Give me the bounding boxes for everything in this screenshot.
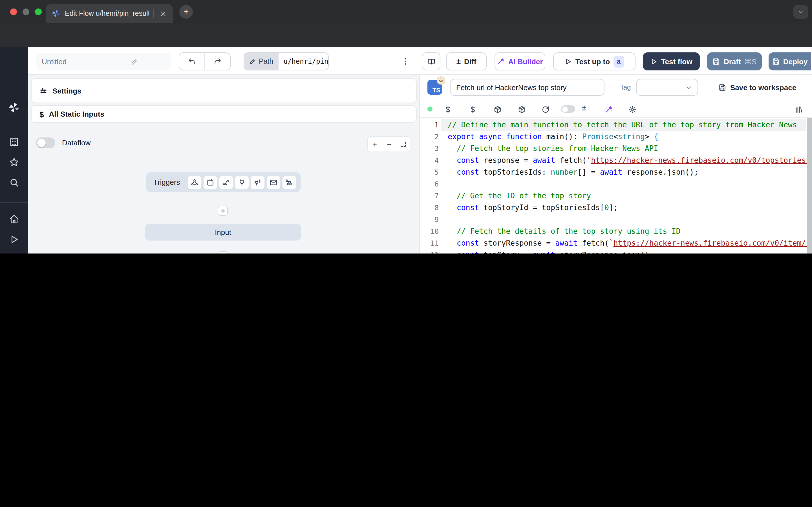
undo-button[interactable] xyxy=(179,53,205,70)
undo-redo-group xyxy=(179,52,231,70)
step-editor-header: TS tag Save to workspace xyxy=(419,75,812,101)
redo-button[interactable] xyxy=(205,53,230,70)
edge xyxy=(222,192,223,206)
flow-name-box[interactable]: Untitled xyxy=(36,53,171,70)
deploy-button[interactable]: Deploy xyxy=(769,52,811,70)
new-tab-button[interactable]: + xyxy=(179,5,193,18)
line-number: 8 xyxy=(419,202,439,214)
browser-toolbar: app.windmill.dev/flows/edit/u/henri/pin_… xyxy=(0,23,812,47)
code-line[interactable]: // Fetch the top stories from Hacker New… xyxy=(448,143,778,154)
tag-select[interactable] xyxy=(636,79,698,96)
trigger-email-button[interactable] xyxy=(267,175,280,189)
zoom-out-button[interactable]: − xyxy=(382,137,396,152)
save-icon xyxy=(712,57,720,65)
vertical-scrollbar[interactable] xyxy=(807,118,812,253)
code-line[interactable]: const topStoryId = topStoriesIds[0]; xyxy=(448,202,778,214)
reload-icon[interactable] xyxy=(541,105,550,114)
variables-icon[interactable] xyxy=(443,105,452,114)
docs-button[interactable] xyxy=(422,52,441,70)
test-flow-button[interactable]: Test flow xyxy=(643,52,700,70)
save-icon xyxy=(718,83,726,91)
add-step-button[interactable] xyxy=(218,251,228,253)
zoom-in-button[interactable]: + xyxy=(368,137,382,152)
ai-wand-icon[interactable] xyxy=(604,105,613,114)
sidebar-item-favorites[interactable] xyxy=(9,157,19,167)
browser-tabstrip: Edit Flow u/henri/pin_results + xyxy=(0,0,812,23)
code-line[interactable]: const topStoriesIds: number[] = await re… xyxy=(448,166,778,178)
code-line[interactable]: // Get the ID of the top story xyxy=(448,190,778,202)
draft-button[interactable]: Draft⌘S xyxy=(707,52,762,70)
trigger-poll-button[interactable] xyxy=(283,175,296,189)
editor-settings-icon[interactable] xyxy=(627,105,637,114)
line-number: 3 xyxy=(419,143,439,154)
input-node[interactable]: Input xyxy=(145,224,301,240)
triggers-node[interactable]: Triggers xyxy=(146,172,301,192)
line-number: 7 xyxy=(419,190,439,202)
code-line[interactable]: export async function main(): Promise<st… xyxy=(448,131,778,143)
draft-shortcut: ⌘S xyxy=(744,57,756,66)
save-to-workspace-button[interactable]: Save to workspace xyxy=(718,79,796,96)
tab-close-icon[interactable] xyxy=(158,10,167,17)
library-icon[interactable] xyxy=(794,105,803,114)
fit-view-button[interactable] xyxy=(396,137,410,152)
line-number: 11 xyxy=(419,237,439,249)
settings-row[interactable]: Settings xyxy=(31,78,417,103)
editor-icon-bar: ± xyxy=(419,101,812,117)
browser-tab[interactable]: Edit Flow u/henri/pin_results xyxy=(46,4,173,23)
typescript-bun-icon: TS xyxy=(427,80,442,95)
more-options-button[interactable] xyxy=(398,54,413,69)
trigger-calendar-button[interactable] xyxy=(204,175,217,189)
trigger-kafkaplug-button[interactable] xyxy=(251,175,264,189)
sliders-icon xyxy=(40,87,47,95)
trigger-route-button[interactable] xyxy=(219,175,233,189)
dataflow-toggle-row: Dataflow xyxy=(36,137,91,148)
path-selector[interactable]: Path u/henri/pin xyxy=(244,52,329,70)
trigger-webhook-button[interactable] xyxy=(188,175,201,189)
step-badge: a xyxy=(613,55,624,67)
package-icon[interactable] xyxy=(493,105,502,114)
sidebar-item-search[interactable] xyxy=(9,177,19,187)
test-up-to-button[interactable]: Test up toa xyxy=(553,52,636,70)
graph-zoom-controls: + − xyxy=(367,136,411,152)
step-editor-panel: TS tag Save to workspace ± 123456789101 xyxy=(419,75,812,253)
static-inputs-label: All Static Inputs xyxy=(49,110,104,118)
flow-graph-panel: Settings $ All Static Inputs Dataflow + … xyxy=(28,75,419,253)
diff-icon[interactable]: ± xyxy=(582,103,586,112)
code-line[interactable] xyxy=(448,214,778,225)
resources-icon[interactable] xyxy=(468,105,477,114)
line-number: 4 xyxy=(419,154,439,166)
edit-name-pencil-icon[interactable] xyxy=(103,58,165,65)
edge xyxy=(222,216,223,224)
path-value: u/henri/pin xyxy=(278,53,329,70)
plus-minus-icon: ± xyxy=(456,57,461,66)
ai-builder-button[interactable]: AI Builder xyxy=(495,52,545,70)
all-static-inputs-row[interactable]: $ All Static Inputs xyxy=(31,105,417,123)
trigger-websocket-button[interactable] xyxy=(235,175,249,189)
wand-icon xyxy=(497,57,505,65)
sidebar-item-runs[interactable] xyxy=(9,234,19,244)
windmill-favicon xyxy=(51,9,60,18)
code-line[interactable]: const storyResponse = await fetch(`https… xyxy=(448,237,778,249)
line-number: 9 xyxy=(419,214,439,225)
code-line[interactable]: const response = await fetch('https://ha… xyxy=(448,154,778,166)
diff-button[interactable]: ±Diff xyxy=(446,52,487,70)
step-title-input[interactable] xyxy=(450,79,605,96)
maximize-window-button[interactable] xyxy=(35,8,42,15)
close-window-button[interactable] xyxy=(10,8,17,15)
dataflow-toggle[interactable] xyxy=(36,137,55,148)
sidebar-item-workspace[interactable] xyxy=(9,137,19,147)
editor-toggle[interactable] xyxy=(561,105,575,113)
sidebar-item-home[interactable] xyxy=(9,214,19,224)
package-icon[interactable] xyxy=(517,105,526,114)
code-line[interactable]: // Define the main function to fetch the… xyxy=(448,119,778,131)
code-line[interactable]: const topStory = await storyResponse.jso… xyxy=(448,249,778,253)
status-dot xyxy=(427,107,433,112)
windmill-logo[interactable] xyxy=(8,101,20,114)
line-number: 6 xyxy=(419,178,439,190)
code-line[interactable]: // Fetch the details of the top story us… xyxy=(448,225,778,237)
minimize-window-button[interactable] xyxy=(22,8,29,15)
code-line[interactable] xyxy=(448,178,778,190)
tab-search-chevron-icon[interactable] xyxy=(794,5,808,18)
add-step-button[interactable] xyxy=(218,206,228,216)
code-editor[interactable]: 12345678910111213141516 // Define the ma… xyxy=(419,117,812,253)
